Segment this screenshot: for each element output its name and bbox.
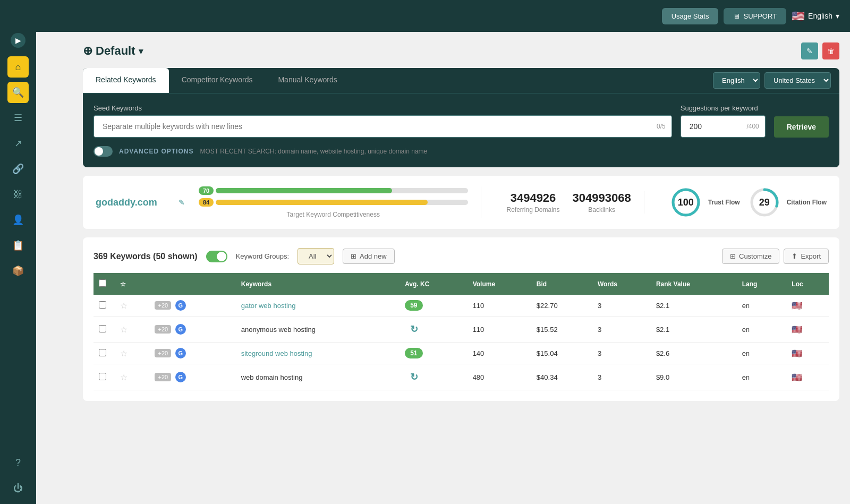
- bid-3: $40.34: [531, 364, 592, 390]
- domain-name: godaddy.com: [96, 197, 175, 208]
- plus-badge-0: +20: [155, 301, 171, 310]
- sidebar-collapse-button[interactable]: ▶: [11, 33, 26, 48]
- country-dropdown[interactable]: United States: [764, 72, 831, 89]
- add-new-button[interactable]: ⊞ Add new: [343, 249, 395, 264]
- customize-icon: ⊞: [730, 252, 736, 260]
- row-checkbox-3[interactable]: [99, 373, 106, 380]
- tab-competitor-keywords[interactable]: Competitor Keywords: [169, 68, 266, 93]
- star-icon-3[interactable]: ☆: [120, 373, 128, 382]
- keyword-text: anonymous web hosting: [241, 326, 316, 334]
- keywords-toggle[interactable]: [206, 251, 227, 262]
- advanced-label: ADVANCED OPTIONS: [119, 148, 193, 155]
- google-icon-0[interactable]: G: [175, 300, 186, 311]
- sidebar-item-package[interactable]: 📦: [7, 260, 29, 281]
- kc-bar-fill-green: [216, 188, 392, 193]
- sidebar-item-search[interactable]: 🔍: [7, 82, 29, 103]
- star-icon-0[interactable]: ☆: [120, 301, 128, 310]
- dropdown-icon[interactable]: ▾: [139, 46, 143, 56]
- tab-bar: Related Keywords Competitor Keywords Man…: [83, 68, 839, 93]
- citation-flow-label: Citation Flow: [787, 198, 827, 207]
- chevron-down-icon: ▾: [836, 12, 839, 20]
- sidebar-item-user[interactable]: 👤: [7, 209, 29, 230]
- kc-bar-yellow: 84: [199, 198, 468, 207]
- groups-select[interactable]: All: [298, 248, 334, 264]
- sidebar-item-home[interactable]: ⌂: [7, 56, 29, 78]
- rank-value-2: $2.6: [651, 343, 737, 364]
- select-all-checkbox[interactable]: [99, 279, 106, 287]
- seed-label: Seed Keywords: [94, 104, 672, 112]
- col-checkbox: [94, 273, 115, 295]
- export-icon: ⬆: [792, 252, 797, 260]
- google-icon-1[interactable]: G: [175, 324, 186, 335]
- volume-0: 110: [468, 295, 531, 317]
- row-checkbox-1[interactable]: [99, 325, 106, 332]
- row-checkbox-2[interactable]: [99, 349, 106, 356]
- seed-input[interactable]: [94, 115, 672, 138]
- main-content: ⊕ Default ▾ ✎ 🗑 Related Keywords Competi…: [72, 32, 850, 504]
- delete-button[interactable]: 🗑: [822, 42, 839, 59]
- trust-flow-ring: 100: [670, 186, 702, 218]
- lang-2: en: [737, 343, 787, 364]
- col-lang: Lang: [737, 273, 787, 295]
- tab-manual-keywords[interactable]: Manual Keywords: [265, 68, 350, 93]
- keywords-section: 369 Keywords (50 shown) Keyword Groups: …: [83, 237, 839, 401]
- domain-edit-icon[interactable]: ✎: [178, 198, 185, 207]
- flag-icon: 🇺🇸: [792, 10, 805, 22]
- keyword-link[interactable]: gator web hosting: [241, 302, 296, 310]
- language-dropdown[interactable]: English: [713, 72, 760, 89]
- customize-button[interactable]: ⊞ Customize: [722, 249, 779, 264]
- google-icon-3[interactable]: G: [175, 372, 186, 382]
- col-avg-kc: Avg. KC: [400, 273, 468, 295]
- row-checkbox-0[interactable]: [99, 301, 106, 309]
- sidebar-item-help[interactable]: ?: [7, 452, 29, 473]
- usage-stats-button[interactable]: Usage Stats: [662, 8, 719, 24]
- volume-1: 110: [468, 317, 531, 343]
- keywords-header: 369 Keywords (50 shown) Keyword Groups: …: [94, 248, 829, 264]
- star-icon-2[interactable]: ☆: [120, 349, 128, 358]
- bid-0: $22.70: [531, 295, 592, 317]
- recent-search: MOST RECENT SEARCH: domain name, website…: [200, 148, 427, 155]
- plus-badge-1: +20: [155, 325, 171, 334]
- panel-body: Seed Keywords 0/5 Suggestions per keywor…: [83, 93, 839, 167]
- loc-2: 🇺🇸: [786, 343, 829, 364]
- col-volume: Volume: [468, 273, 531, 295]
- export-button[interactable]: ⬆ Export: [784, 249, 829, 264]
- page-header-actions: ✎ 🗑: [801, 42, 839, 59]
- support-button[interactable]: 🖥 SUPPORT: [724, 8, 786, 24]
- title-icon: ⊕: [83, 44, 92, 58]
- suggestions-max: /400: [746, 123, 759, 130]
- seed-count: 0/5: [657, 123, 666, 130]
- rank-value-1: $2.1: [651, 317, 737, 343]
- advanced-toggle[interactable]: [94, 146, 113, 157]
- keyword-panel: Related Keywords Competitor Keywords Man…: [83, 68, 839, 167]
- tab-related-keywords[interactable]: Related Keywords: [83, 68, 169, 93]
- sidebar-item-copy[interactable]: 📋: [7, 235, 29, 256]
- sidebar-item-list[interactable]: ☰: [7, 107, 29, 129]
- stats-bar: godaddy.com ✎ 70 84 Target Keyword Com: [83, 176, 839, 229]
- lang-3: en: [737, 364, 787, 390]
- kc-value: 51: [405, 348, 422, 358]
- lang-1: en: [737, 317, 787, 343]
- flag-us-1: 🇺🇸: [792, 325, 802, 334]
- edit-button[interactable]: ✎: [801, 42, 818, 59]
- trust-flow-value: 100: [678, 197, 694, 208]
- sidebar-item-link[interactable]: 🔗: [7, 158, 29, 180]
- google-icon-2[interactable]: G: [175, 348, 186, 358]
- sidebar: TP ▶ ⌂ 🔍 ☰ ↗ 🔗 ⛓ 👤 📋 📦 ? ⏻: [0, 0, 36, 504]
- keyword-link[interactable]: siteground web hosting: [241, 349, 312, 357]
- suggestions-label: Suggestions per keyword: [681, 104, 766, 112]
- retrieve-button[interactable]: Retrieve: [774, 116, 829, 138]
- star-icon-1[interactable]: ☆: [120, 325, 128, 334]
- language-selector[interactable]: 🇺🇸 English ▾: [792, 10, 839, 22]
- loc-3: 🇺🇸: [786, 364, 829, 390]
- rank-value-0: $2.1: [651, 295, 737, 317]
- volume-3: 480: [468, 364, 531, 390]
- sidebar-item-trending[interactable]: ↗: [7, 133, 29, 154]
- sidebar-item-power[interactable]: ⏻: [7, 477, 29, 499]
- toggle-thumb: [95, 147, 103, 156]
- col-keywords: Keywords: [236, 273, 400, 295]
- sidebar-item-graph[interactable]: ⛓: [7, 184, 29, 205]
- keywords-table: ☆ Keywords Avg. KC Volume Bid Words Rank…: [94, 273, 829, 390]
- flag-us-2: 🇺🇸: [792, 349, 802, 358]
- referring-domains-label: Referring Domains: [507, 206, 560, 213]
